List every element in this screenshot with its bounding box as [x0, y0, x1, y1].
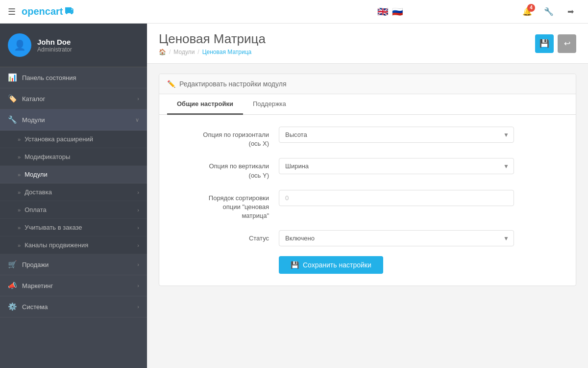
- breadcrumb-sep-2: /: [197, 49, 199, 55]
- select-status[interactable]: Включено Выключено: [279, 230, 514, 246]
- sidebar-subitem-install-ext[interactable]: » Установка расширений: [0, 131, 147, 148]
- sidebar-item-marketing[interactable]: 📣 Маркетинг ›: [0, 275, 147, 296]
- pencil-icon: ✏️: [167, 80, 175, 88]
- back-button[interactable]: ↩: [558, 34, 576, 53]
- catalog-icon: 🏷️: [8, 94, 17, 103]
- dashboard-icon: 📊: [8, 73, 17, 82]
- breadcrumb-modules[interactable]: Модули: [173, 49, 195, 55]
- page-title: Ценовая Матрица: [159, 31, 266, 47]
- sidebar-label-order-track: Учитывать в заказе: [24, 224, 82, 231]
- topbar: ☰ opencart ⛟ 🇬🇧 🇷🇺 🔔 4 🔧 ➡: [0, 0, 588, 24]
- control-option-x: Высота Ширина Цвет ▼: [279, 127, 514, 143]
- sidebar-label-payment: Оплата: [24, 206, 47, 213]
- sidebar-subitem-modificators[interactable]: » Модификаторы: [0, 148, 147, 166]
- tab-support[interactable]: Поддержка: [243, 94, 296, 115]
- content-area: Ценовая Матрица 🏠 / Модули / Ценовая Мат…: [147, 24, 588, 368]
- save-icon: 💾: [291, 261, 299, 269]
- notification-badge: 4: [527, 4, 535, 12]
- sidebar-subitem-delivery[interactable]: » Доставка ›: [0, 184, 147, 201]
- sidebar-label-modules-sub: Модули: [24, 171, 48, 178]
- control-status: Включено Выключено ▼: [279, 230, 514, 246]
- control-option-y: Ширина Высота Цвет ▼: [279, 158, 514, 174]
- sidebar-label-sales: Продажи: [22, 261, 49, 268]
- sidebar-label-delivery: Доставка: [24, 188, 52, 196]
- chevron-down-icon: ∨: [135, 117, 139, 123]
- flag-ru[interactable]: 🇷🇺: [392, 6, 403, 17]
- sidebar-subitem-order-track[interactable]: » Учитывать в заказе ›: [0, 219, 147, 237]
- input-sort-order[interactable]: [279, 190, 514, 206]
- page-header: Ценовая Матрица 🏠 / Модули / Ценовая Мат…: [147, 24, 588, 64]
- sidebar-label-install-ext: Установка расширений: [24, 135, 93, 143]
- form-group-status: Статус Включено Выключено ▼: [171, 230, 564, 246]
- avatar: 👤: [8, 33, 31, 57]
- arrow-icon: »: [18, 207, 21, 213]
- arrow-icon: »: [18, 225, 21, 231]
- save-button-wrapper: 💾 Сохранить настройки: [171, 256, 564, 274]
- breadcrumb-home-icon[interactable]: 🏠: [159, 49, 166, 55]
- arrow-icon: »: [18, 172, 21, 178]
- save-settings-button[interactable]: 💾 Сохранить настройки: [279, 256, 383, 274]
- notifications-button[interactable]: 🔔 4: [517, 2, 537, 22]
- topbar-left: ☰ opencart ⛟: [8, 6, 263, 17]
- menu-toggle-button[interactable]: ☰: [8, 6, 16, 17]
- breadcrumb: 🏠 / Модули / Ценовая Матрица: [159, 49, 266, 55]
- modules-icon: 🔧: [8, 115, 17, 124]
- save-button-label: Сохранить настройки: [303, 261, 371, 269]
- chevron-right-icon: ›: [137, 242, 139, 248]
- sidebar-subitem-modules[interactable]: » Модули: [0, 166, 147, 184]
- chevron-right-icon: ›: [137, 304, 139, 310]
- page-title-area: Ценовая Матрица 🏠 / Модули / Ценовая Мат…: [159, 31, 266, 55]
- sidebar-label-marketing: Маркетинг: [22, 282, 53, 289]
- sidebar-label-promo: Каналы продвижения: [24, 241, 88, 249]
- sidebar-label-catalog: Каталог: [22, 95, 45, 103]
- sidebar-subitem-promo[interactable]: » Каналы продвижения ›: [0, 237, 147, 254]
- arrow-icon: »: [18, 189, 21, 195]
- tabs-bar: Общие настройки Поддержка: [159, 94, 576, 115]
- form-group-option-x: Опция по горизонтали(ось X) Высота Ширин…: [171, 127, 564, 148]
- avatar-icon: 👤: [14, 39, 26, 51]
- main-layout: 👤 John Doe Administrator 📊 Панель состоя…: [0, 24, 588, 368]
- sidebar-label-dashboard: Панель состояния: [22, 74, 76, 81]
- user-info: John Doe Administrator: [37, 38, 72, 53]
- user-panel: 👤 John Doe Administrator: [0, 24, 147, 67]
- save-button-header[interactable]: 💾: [535, 34, 554, 53]
- form-group-option-y: Опция по вертикали(ось Y) Ширина Высота …: [171, 158, 564, 180]
- chevron-right-icon: ›: [137, 225, 139, 231]
- select-option-y[interactable]: Ширина Высота Цвет: [279, 158, 514, 174]
- help-button[interactable]: 🔧: [539, 2, 559, 22]
- sidebar: 👤 John Doe Administrator 📊 Панель состоя…: [0, 24, 147, 368]
- sidebar-label-system: Система: [22, 303, 48, 311]
- content-body: ✏️ Редактировать настройки модуля Общие …: [147, 64, 588, 296]
- marketing-icon: 📣: [8, 281, 17, 290]
- flag-en[interactable]: 🇬🇧: [377, 6, 388, 17]
- system-icon: ⚙️: [8, 302, 17, 311]
- chevron-right-icon: ›: [137, 283, 139, 289]
- tab-general[interactable]: Общие настройки: [167, 94, 243, 115]
- modules-submenu: » Установка расширений » Модификаторы » …: [0, 131, 147, 184]
- label-option-y: Опция по вертикали(ось Y): [171, 158, 269, 180]
- chevron-right-icon: ›: [137, 96, 139, 102]
- sidebar-item-sales[interactable]: 🛒 Продажи ›: [0, 254, 147, 275]
- form-body: Опция по горизонтали(ось X) Высота Ширин…: [159, 115, 576, 286]
- topbar-right: 🔔 4 🔧 ➡: [517, 2, 580, 22]
- page-actions: 💾 ↩: [535, 34, 576, 53]
- card-header: ✏️ Редактировать настройки модуля: [159, 74, 576, 94]
- sidebar-item-dashboard[interactable]: 📊 Панель состояния: [0, 67, 147, 88]
- sidebar-item-catalog[interactable]: 🏷️ Каталог ›: [0, 88, 147, 109]
- logout-button[interactable]: ➡: [561, 2, 580, 22]
- sidebar-item-system[interactable]: ⚙️ Система ›: [0, 296, 147, 317]
- form-group-sort-order: Порядок сортировкиопции "ценоваяматрица": [171, 190, 564, 221]
- select-option-x[interactable]: Высота Ширина Цвет: [279, 127, 514, 143]
- settings-card: ✏️ Редактировать настройки модуля Общие …: [159, 74, 576, 286]
- sidebar-item-modules[interactable]: 🔧 Модули ∨: [0, 109, 147, 131]
- control-sort-order: [279, 190, 514, 206]
- user-name: John Doe: [37, 38, 72, 46]
- card-header-text: Редактировать настройки модуля: [179, 80, 286, 88]
- logo-cart-icon: ⛟: [65, 6, 74, 17]
- label-sort-order: Порядок сортировкиопции "ценоваяматрица": [171, 190, 269, 221]
- user-role: Administrator: [37, 46, 72, 53]
- chevron-right-icon: ›: [137, 262, 139, 267]
- logo[interactable]: opencart ⛟: [22, 6, 74, 17]
- arrow-icon: »: [18, 136, 21, 142]
- sidebar-subitem-payment[interactable]: » Оплата ›: [0, 201, 147, 219]
